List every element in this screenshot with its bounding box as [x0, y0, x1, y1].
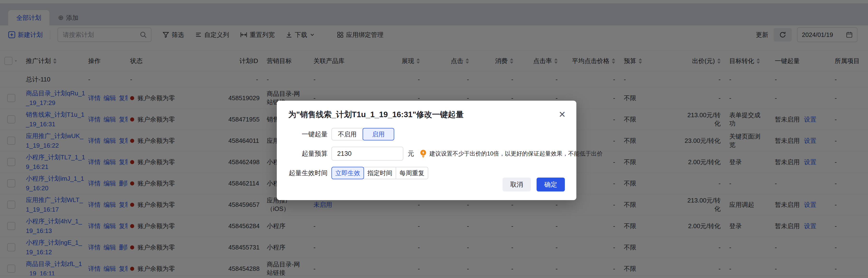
budget-field-label: 起量预算 — [288, 149, 328, 158]
boost-option-disable[interactable]: 不启用 — [332, 128, 363, 141]
confirm-button[interactable]: 确定 — [536, 178, 565, 191]
budget-hint: 建议设置不少于出价的10倍，以更好的保证起量效果，不能低于出价 — [420, 149, 603, 158]
time-toggle-group: 立即生效 指定时间 每周重复 — [332, 167, 428, 179]
modal-footer: 取消 确定 — [502, 178, 565, 191]
modal-title: 为"销售线索_计划T1u_1_19_16:31"修改一键起量 — [288, 109, 565, 120]
time-field-label: 起量生效时间 — [288, 169, 328, 177]
time-option-scheduled[interactable]: 指定时间 — [364, 167, 396, 179]
cancel-button[interactable]: 取消 — [502, 178, 531, 191]
time-option-weekly[interactable]: 每周重复 — [396, 167, 428, 179]
time-option-immediate[interactable]: 立即生效 — [332, 167, 364, 179]
boost-modal: 为"销售线索_计划T1u_1_19_16:31"修改一键起量 ✕ 一键起量 不启… — [277, 101, 576, 200]
budget-input[interactable] — [332, 147, 403, 161]
boost-toggle-group: 不启用 启用 — [332, 128, 394, 141]
budget-hint-text: 建议设置不少于出价的10倍，以更好的保证起量效果，不能低于出价 — [429, 150, 603, 157]
boost-field-label: 一键起量 — [288, 130, 328, 138]
campaign-manager-page: 全部计划 ⊕ 添加 新建计划 筛选 自定义列 重置列宽 — [0, 0, 868, 278]
boost-option-enable[interactable]: 启用 — [363, 128, 394, 141]
close-icon[interactable]: ✕ — [559, 110, 566, 119]
tip-bulb-icon — [420, 149, 427, 158]
budget-unit: 元 — [408, 149, 414, 158]
